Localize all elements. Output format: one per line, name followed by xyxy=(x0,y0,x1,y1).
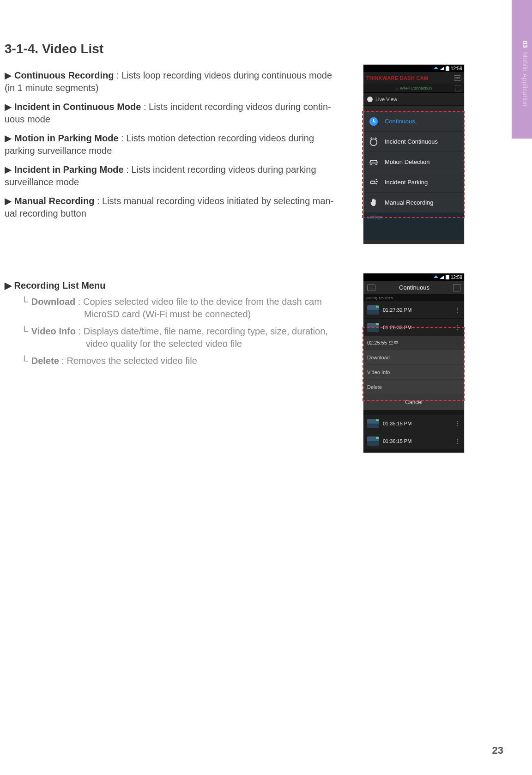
triangle-icon: ▶ xyxy=(5,196,12,206)
recording-list-menu-block: ▶ Recording List Menu └ Download : Copie… xyxy=(5,280,356,367)
thumbnail xyxy=(367,419,379,428)
status-time: 12:59 xyxy=(451,275,462,280)
video-row[interactable]: 01:28:33 PM ⋮ xyxy=(363,319,464,336)
def-incident-parking: ▶Incident in Parking Mode : Lists incide… xyxy=(5,163,356,188)
category-manual-recording[interactable]: Manual Recording xyxy=(363,193,464,213)
def-manual: ▶Manual Recording : Lists manual recordi… xyxy=(5,195,356,220)
section-title: 3-1-4. Video List xyxy=(5,42,462,56)
side-tab: 03 Mobile Application xyxy=(512,0,532,139)
more-icon[interactable]: ⋮ xyxy=(454,308,460,312)
screenshot-video-categories: 12:59 THINKWARE DASH CAM ⌵ Wi-Fi Connect… xyxy=(363,65,464,244)
popup-selected-time: 02:25:55 오후 xyxy=(363,336,464,350)
chapter-number: 03 xyxy=(521,41,529,48)
list-title: Continuous xyxy=(399,284,429,291)
corner-icon: └ xyxy=(21,326,30,336)
app-title: THINKWARE DASH CAM xyxy=(366,75,428,81)
category-motion-detection[interactable]: Motion Detection xyxy=(363,152,464,172)
gear-icon[interactable] xyxy=(455,85,461,91)
subdef-download: └ Download : Copies selected video file … xyxy=(21,296,356,321)
car-icon xyxy=(368,157,379,168)
video-row[interactable]: 01:27:32 PM ⋮ xyxy=(363,301,464,319)
svg-rect-0 xyxy=(446,67,449,71)
svg-rect-1 xyxy=(447,66,448,67)
definitions-block: ▶Continuous Recording : Lists loop recor… xyxy=(5,69,356,220)
side-tab-label: 03 Mobile Application xyxy=(521,41,529,107)
edit-icon[interactable] xyxy=(453,284,460,291)
live-dot-icon xyxy=(367,97,373,102)
more-icon[interactable]: ⋮ xyxy=(454,439,460,443)
chapter-title: Mobile Application xyxy=(521,52,529,106)
corner-icon: └ xyxy=(21,297,30,307)
wifi-connection-row[interactable]: ⌵ Wi-Fi Connection xyxy=(363,84,464,93)
svg-rect-5 xyxy=(447,275,448,275)
thumbnail xyxy=(367,323,379,332)
settings-label: Settings xyxy=(363,213,464,221)
popup-item-download[interactable]: Download xyxy=(363,350,464,365)
subdef-video-info: └ Video Info : Displays date/time, file … xyxy=(21,325,356,350)
triangle-icon: ▶ xyxy=(5,133,12,143)
subdef-delete: └ Delete : Removes the selected video fi… xyxy=(21,355,356,367)
hand-icon xyxy=(368,197,379,208)
def-incident-continuous: ▶Incident in Continuous Mode : Lists inc… xyxy=(5,101,356,126)
thumbnail xyxy=(367,305,379,315)
more-icon[interactable]: ⋮ xyxy=(454,422,460,425)
clock-icon xyxy=(368,116,379,127)
signal-icon xyxy=(440,67,444,70)
video-row[interactable]: 01:36:15 PM ⋮ xyxy=(363,432,464,450)
popup-cancel-button[interactable]: Cancel xyxy=(363,394,464,410)
live-view-row[interactable]: Live View xyxy=(363,93,464,106)
wifi-icon: ⌵ xyxy=(396,86,398,91)
triangle-icon: ▶ xyxy=(5,102,12,112)
menu-icon[interactable] xyxy=(454,75,461,81)
def-motion-parking: ▶Motion in Parking Mode : Lists motion d… xyxy=(5,132,356,157)
battery-icon xyxy=(446,66,449,71)
page-number: 23 xyxy=(492,745,503,757)
status-bar: 12:59 xyxy=(363,273,464,281)
triangle-icon: ▶ xyxy=(5,164,12,175)
recording-list-menu-title: ▶ Recording List Menu xyxy=(5,280,356,291)
menu-icon[interactable] xyxy=(367,285,375,291)
category-incident-continuous[interactable]: Incident Continuous xyxy=(363,132,464,152)
wifi-icon xyxy=(434,275,438,279)
signal-icon xyxy=(440,275,444,279)
category-continuous[interactable]: Continuous xyxy=(363,111,464,132)
triangle-icon: ▶ xyxy=(5,70,12,80)
wifi-icon xyxy=(434,67,438,70)
triangle-icon: ▶ xyxy=(5,280,14,291)
list-header: Continuous xyxy=(363,281,464,295)
category-incident-parking[interactable]: Incident Parking xyxy=(363,172,464,193)
thumbnail xyxy=(367,436,379,446)
video-row[interactable]: 01:35:15 PM ⋮ xyxy=(363,415,464,432)
screenshot-recording-list: 12:59 Continuous (MON) 1/5/2015 01:27:32… xyxy=(363,273,464,453)
alarm-icon xyxy=(368,136,379,147)
battery-icon xyxy=(446,275,449,279)
status-time: 12:59 xyxy=(451,66,462,71)
status-bar: 12:59 xyxy=(363,65,464,72)
svg-point-3 xyxy=(370,139,377,145)
popup-item-video-info[interactable]: Video Info xyxy=(363,365,464,380)
crash-icon xyxy=(368,177,379,188)
corner-icon: └ xyxy=(21,356,30,366)
date-header: (MON) 1/5/2015 xyxy=(363,295,464,301)
popup-item-delete[interactable]: Delete xyxy=(363,380,464,394)
app-title-bar: THINKWARE DASH CAM xyxy=(363,72,464,84)
svg-rect-4 xyxy=(446,275,449,279)
more-icon[interactable]: ⋮ xyxy=(454,326,460,329)
context-menu-popup: 02:25:55 오후 Download Video Info Delete C… xyxy=(363,336,464,410)
def-continuous: ▶Continuous Recording : Lists loop recor… xyxy=(5,69,356,94)
